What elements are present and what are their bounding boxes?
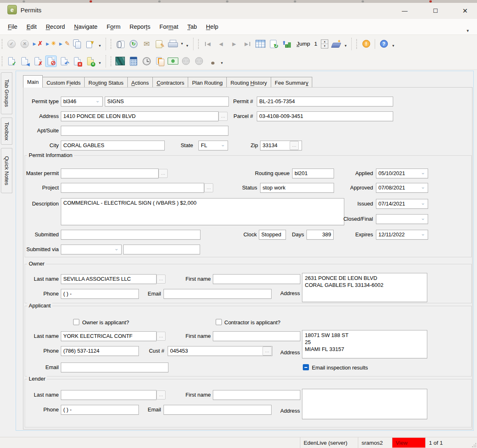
edit-record-button[interactable] [58,38,70,50]
city-field[interactable]: CORAL GABLES [61,141,165,150]
close-button[interactable]: ✕ [457,5,473,17]
days-field[interactable]: 389 [306,230,334,240]
resize-grip[interactable] [472,443,476,447]
history-button[interactable] [128,38,139,50]
toolbar-drag-handle[interactable] [111,56,111,66]
menu-file[interactable]: File [3,21,22,32]
apt-suite-field[interactable] [61,126,228,136]
datasheet-view-button[interactable] [255,38,266,50]
help-button[interactable] [378,38,389,50]
alerts-button[interactable] [360,38,372,50]
cancel-button[interactable] [19,38,30,50]
filter-button[interactable] [85,38,96,50]
description-field[interactable]: COMMERCIAL - ELECTRICAL SIGN ( iVBARS ) … [61,198,344,225]
lender-last-name-field[interactable] [61,390,157,400]
permit-number-field[interactable]: BL-21-05-7354 [257,97,393,106]
accept-button[interactable] [6,38,17,50]
master-permit-field[interactable] [61,169,159,178]
copy-permit-button[interactable] [154,55,166,67]
lender-first-name-field[interactable] [213,390,300,400]
tab-fee-summary[interactable]: Fee Summary [271,77,313,88]
print-button[interactable] [167,38,179,50]
zip-lookup-button[interactable]: … [290,141,299,150]
applied-date-combo[interactable]: 05/10/2021 [376,169,428,178]
menu-form[interactable]: Form [102,21,125,32]
reject-document-button[interactable] [32,55,44,67]
calculator-button[interactable] [128,55,139,67]
web-tool-1-button[interactable] [180,55,192,67]
applicant-first-name-field[interactable] [213,331,300,341]
toolbar-group-overflow-icon[interactable]: ▼ [392,44,395,48]
menu-navigate[interactable]: Navigate [69,21,102,32]
sort-button[interactable] [281,38,293,50]
toolbar-drag-handle[interactable] [2,56,2,66]
toolbar-drag-handle[interactable] [111,39,111,49]
owner-address-box[interactable]: 2631 PONCE DE LEON BLVD CORAL GABLES FL … [302,273,427,302]
clear-button[interactable] [330,38,342,50]
address-field[interactable]: 1410 PONCE DE LEON BLVD [61,111,219,121]
last-record-button[interactable] [242,38,253,50]
status-field[interactable]: stop work [260,183,334,193]
cust-number-field[interactable]: 045453 [168,346,272,356]
submitted-via-combo[interactable] [61,245,122,254]
previous-record-button[interactable] [215,38,227,50]
applicant-phone-field[interactable]: (786) 537-1124 [61,346,139,356]
side-tab-toolbox[interactable]: Toolbox [1,118,12,145]
permit-type-combo[interactable]: bl346 [61,97,103,106]
lender-email-field[interactable] [164,405,272,415]
tab-routing-status[interactable]: Routing Status [84,77,127,88]
side-tab-quick-notes[interactable]: Quick Notes [1,148,12,193]
toolbar-drag-handle[interactable] [198,39,199,49]
jump-value[interactable]: 1 [314,41,318,47]
issued-date-combo[interactable]: 07/14/2021 [376,199,428,209]
toolbar-drag-handle[interactable] [2,39,2,49]
return-document-button[interactable] [19,55,30,67]
tab-contractors[interactable]: Contractors [152,77,188,88]
tab-main[interactable]: Main [23,75,43,88]
minimize-button[interactable]: — [396,5,413,17]
expires-date-combo[interactable]: 12/11/2022 [376,230,428,240]
inspection-tool-button[interactable] [207,55,218,67]
submitted-field[interactable] [61,230,200,240]
next-record-button[interactable] [228,38,240,50]
state-combo[interactable]: FL [198,141,228,150]
refresh-form-button[interactable] [268,38,279,50]
address-lookup-button[interactable]: … [219,112,228,121]
jump-spinner[interactable]: ▲▼ [321,39,328,48]
master-permit-lookup-button[interactable]: … [159,169,168,178]
lender-lookup-button[interactable]: … [157,390,166,400]
toolbar-drag-handle[interactable] [356,39,357,49]
applicant-email-field[interactable] [61,363,168,372]
approved-date-combo[interactable]: 07/08/2021 [376,183,428,193]
menu-reports[interactable]: Reports [125,21,155,32]
lender-address-box[interactable] [302,389,427,419]
owner-is-applicant-checkbox[interactable] [73,319,79,325]
applicant-lookup-button[interactable]: … [157,332,166,341]
closed-final-date-combo[interactable] [376,214,428,224]
owner-lookup-button[interactable]: … [157,275,166,284]
toolbar-group-overflow-icon[interactable]: ▼ [98,44,101,48]
copy-button[interactable] [71,38,83,50]
project-lookup-button[interactable]: … [204,183,213,192]
menu-help[interactable]: Help [201,21,223,32]
routing-queue-field[interactable]: bl201 [292,169,334,178]
submitted-via-desc-field[interactable] [123,245,200,254]
attachments-button[interactable] [115,38,126,50]
clock-field[interactable]: Stopped [259,230,286,240]
mail-button[interactable] [141,38,152,50]
menu-edit[interactable]: Edit [22,21,41,32]
fees-button[interactable] [167,55,179,67]
email-inspection-checkbox[interactable] [303,364,309,370]
new-record-button[interactable] [45,38,57,50]
tab-actions[interactable]: Actions [127,77,153,88]
lender-phone-field[interactable]: ( ) - [61,405,139,415]
menu-record[interactable]: Record [41,21,69,32]
menu-tab[interactable]: Tab [183,21,201,32]
owner-last-name-field[interactable]: SEVILLA ASSOCIATES LLC [61,274,157,284]
first-record-button[interactable] [202,38,214,50]
contractor-is-applicant-checkbox[interactable] [216,319,222,325]
owner-phone-field[interactable]: ( ) - [61,289,139,299]
menu-overflow-icon[interactable]: ▼ [466,29,470,35]
memo-button[interactable] [154,38,166,50]
toolbar-group-overflow-icon[interactable]: ▼ [98,61,101,65]
